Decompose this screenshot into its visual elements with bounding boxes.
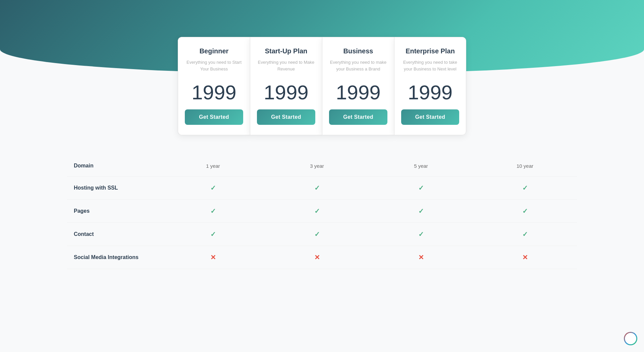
feature-cell-2-1: ✓ [265,207,369,215]
check-icon: ✓ [210,231,216,238]
logo-ring [624,332,637,345]
feature-cells-2: ✓✓✓✓ [161,207,577,215]
plan-price-startup: 1999 [257,83,315,103]
check-icon: ✓ [314,207,320,215]
plan-price-beginner: 1999 [185,83,243,103]
feature-cell-3-2: ✓ [369,230,473,238]
get-started-btn-startup[interactable]: Get Started [257,109,315,125]
feature-label-1: Hosting with SSL [67,185,161,191]
feature-label-0: Domain [67,163,161,169]
feature-cells-4: ✕✕✕✕ [161,253,577,261]
plan-desc-beginner: Everything you need to Start Your Busine… [185,59,243,76]
logo-badge [624,332,637,345]
check-icon: ✓ [210,184,216,192]
pricing-section: Beginner Everything you need to Start Yo… [0,37,644,135]
cross-icon: ✕ [210,254,216,261]
feature-cells-1: ✓✓✓✓ [161,184,577,192]
plan-desc-business: Everything you need to make your Busines… [329,59,387,76]
cross-icon: ✕ [314,254,320,261]
feature-cells-3: ✓✓✓✓ [161,230,577,238]
check-icon: ✓ [522,184,528,192]
feature-cell-4-2: ✕ [369,253,473,261]
feature-label-2: Pages [67,208,161,214]
feature-cell-3-1: ✓ [265,230,369,238]
plan-card-beginner: Beginner Everything you need to Start Yo… [178,37,250,135]
check-icon: ✓ [418,231,424,238]
plan-card-enterprise: Enterprise Plan Everything you need to t… [394,37,466,135]
check-icon: ✓ [418,207,424,215]
get-started-btn-enterprise[interactable]: Get Started [401,109,459,125]
check-icon: ✓ [418,184,424,192]
plan-name-beginner: Beginner [185,47,243,55]
feature-row-2: Pages✓✓✓✓ [67,200,577,223]
feature-cell-0-0: 1 year [161,163,265,169]
check-icon: ✓ [522,207,528,215]
feature-cell-0-1: 3 year [265,163,369,169]
plan-name-enterprise: Enterprise Plan [401,47,459,55]
plan-card-business: Business Everything you need to make you… [322,37,394,135]
feature-cell-3-0: ✓ [161,230,265,238]
feature-cell-4-1: ✕ [265,253,369,261]
feature-cells-0: 1 year3 year5 year10 year [161,163,577,169]
feature-cell-1-2: ✓ [369,184,473,192]
feature-cell-2-0: ✓ [161,207,265,215]
feature-cell-1-0: ✓ [161,184,265,192]
cross-icon: ✕ [522,254,528,261]
feature-cell-4-3: ✕ [473,253,577,261]
features-section: Domain1 year3 year5 year10 yearHosting w… [0,155,644,269]
plan-card-startup: Start-Up Plan Everything you need to Mak… [250,37,322,135]
feature-cell-0-3: 10 year [473,163,577,169]
feature-row-0: Domain1 year3 year5 year10 year [67,155,577,177]
feature-cell-0-2: 5 year [369,163,473,169]
plan-desc-startup: Everything you need to Make Revenue [257,59,315,76]
check-icon: ✓ [210,207,216,215]
plan-name-startup: Start-Up Plan [257,47,315,55]
feature-cell-1-3: ✓ [473,184,577,192]
feature-cell-1-1: ✓ [265,184,369,192]
get-started-btn-business[interactable]: Get Started [329,109,387,125]
feature-cell-3-3: ✓ [473,230,577,238]
page-title-section [0,0,644,23]
plan-price-enterprise: 1999 [401,83,459,103]
feature-row-1: Hosting with SSL✓✓✓✓ [67,177,577,200]
plan-price-business: 1999 [329,83,387,103]
plan-name-business: Business [329,47,387,55]
feature-label-4: Social Media Integrations [67,254,161,260]
check-icon: ✓ [314,231,320,238]
check-icon: ✓ [314,184,320,192]
feature-cell-4-0: ✕ [161,253,265,261]
get-started-btn-beginner[interactable]: Get Started [185,109,243,125]
feature-label-3: Contact [67,231,161,237]
check-icon: ✓ [522,231,528,238]
plan-desc-enterprise: Everything you need to take your Busines… [401,59,459,76]
feature-cell-2-2: ✓ [369,207,473,215]
feature-cell-2-3: ✓ [473,207,577,215]
cross-icon: ✕ [418,254,424,261]
feature-row-3: Contact✓✓✓✓ [67,223,577,246]
feature-row-4: Social Media Integrations✕✕✕✕ [67,246,577,269]
